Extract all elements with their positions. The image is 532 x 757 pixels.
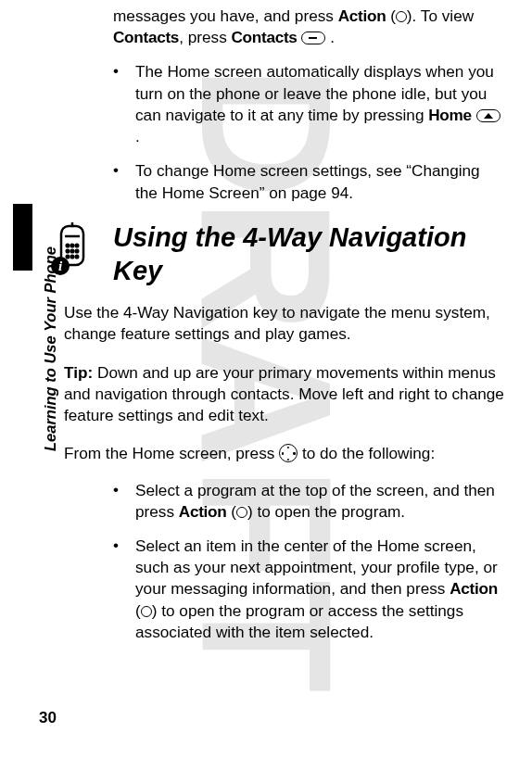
- text: (: [226, 502, 236, 521]
- svg-point-8: [76, 249, 79, 252]
- text: [472, 106, 476, 124]
- page-number: 30: [39, 708, 57, 729]
- home-label: Home: [428, 106, 472, 124]
- text: to do the following:: [298, 444, 435, 462]
- svg-point-4: [71, 244, 74, 246]
- page-content: messages you have, and press Action (). …: [0, 0, 532, 643]
- text: ) to open the program.: [247, 502, 405, 521]
- action-key-icon: [141, 606, 152, 617]
- paragraph: From the Home screen, press to do the fo…: [64, 443, 504, 464]
- text: .: [325, 28, 335, 46]
- text: .: [135, 127, 140, 145]
- contacts-label: Contacts: [113, 28, 179, 46]
- text: (: [386, 6, 396, 25]
- nav-key-icon: [279, 444, 298, 462]
- paragraph: Use the 4-Way Navigation key to navigate…: [64, 302, 504, 345]
- svg-point-11: [76, 255, 79, 258]
- section-title: Using the 4-Way Navigation Key: [113, 221, 504, 288]
- action-label: Action: [338, 6, 386, 25]
- tip-text: Down and up are your primary movements w…: [64, 363, 504, 424]
- list-item: The Home screen automatically displays w…: [113, 61, 504, 147]
- text: messages you have, and press: [113, 6, 338, 25]
- action-label: Action: [179, 502, 227, 521]
- svg-point-5: [76, 244, 79, 246]
- home-key-icon: [476, 109, 500, 122]
- text: From the Home screen, press: [64, 444, 279, 462]
- side-section-label: Learning to Use Your Phone: [40, 246, 60, 451]
- action-label: Action: [450, 579, 498, 598]
- text: ). To view: [407, 6, 474, 25]
- text: To change Home screen settings, see “Cha…: [135, 161, 480, 201]
- contacts-label: Contacts: [232, 28, 298, 46]
- svg-point-6: [67, 249, 70, 252]
- svg-point-7: [71, 249, 74, 252]
- section-header-row: i Using the 4-Way Navigation Key: [48, 217, 504, 299]
- intro-paragraph: messages you have, and press Action (). …: [113, 6, 504, 48]
- list-item: To change Home screen settings, see “Cha…: [113, 160, 504, 203]
- contacts-key-icon: [301, 32, 325, 44]
- list-item: Select a program at the top of the scree…: [113, 480, 504, 523]
- svg-point-3: [67, 244, 70, 246]
- bullet-list-bottom: Select a program at the top of the scree…: [113, 480, 504, 644]
- text: ) to open the program or access the sett…: [135, 601, 463, 641]
- action-key-icon: [236, 507, 247, 518]
- text: (: [135, 601, 141, 620]
- tip-paragraph: Tip: Down and up are your primary moveme…: [64, 362, 504, 427]
- bullet-list-top: The Home screen automatically displays w…: [113, 61, 504, 203]
- svg-point-10: [71, 255, 74, 258]
- list-item: Select an item in the center of the Home…: [113, 536, 504, 643]
- text: Select an item in the center of the Home…: [135, 536, 498, 598]
- tip-label: Tip:: [64, 363, 93, 382]
- text: , press: [179, 28, 231, 46]
- svg-point-9: [67, 255, 70, 258]
- action-key-icon: [396, 11, 407, 22]
